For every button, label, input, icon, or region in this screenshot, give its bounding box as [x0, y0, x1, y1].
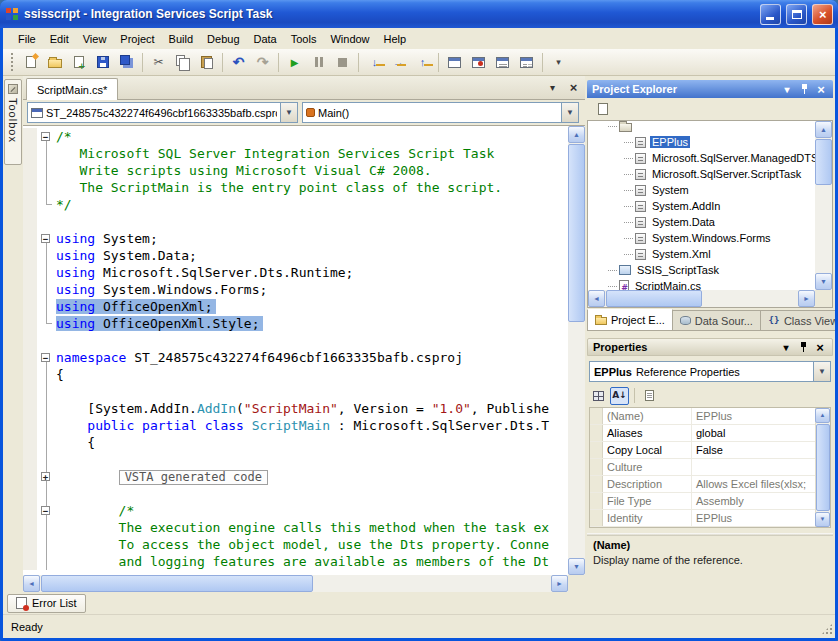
- menu-tools[interactable]: Tools: [284, 30, 324, 48]
- code-text[interactable]: [56, 332, 568, 349]
- property-row[interactable]: Culture: [590, 459, 815, 476]
- alphabetical-button[interactable]: [610, 387, 629, 405]
- menu-data[interactable]: Data: [247, 30, 284, 48]
- code-text[interactable]: The ScriptMain is the entry point class …: [56, 179, 568, 196]
- fold-margin[interactable]: [37, 519, 56, 536]
- indicator-margin[interactable]: [23, 485, 37, 502]
- property-row[interactable]: (Name)EPPlus: [590, 408, 815, 425]
- indicator-margin[interactable]: [23, 162, 37, 179]
- code-text[interactable]: To access the object model, use the Dts …: [56, 536, 568, 553]
- scroll-up-icon[interactable]: ▲: [815, 121, 832, 138]
- scroll-left-icon[interactable]: ◄: [588, 290, 605, 307]
- auto-hide-pin-icon[interactable]: [797, 82, 811, 96]
- fold-margin[interactable]: [37, 383, 56, 400]
- fold-margin[interactable]: [37, 247, 56, 264]
- fold-margin[interactable]: [37, 485, 56, 502]
- property-value[interactable]: [692, 459, 815, 475]
- scroll-right-icon[interactable]: ►: [798, 290, 815, 307]
- tree-vertical-scrollbar[interactable]: ▲ ▼: [815, 121, 832, 290]
- code-text[interactable]: {: [56, 366, 568, 383]
- fold-margin[interactable]: [37, 417, 56, 434]
- tree-item[interactable]: System.Data: [588, 214, 815, 230]
- code-text[interactable]: and logging features are available as me…: [56, 553, 568, 570]
- property-row[interactable]: DescriptionAllows Excel files(xlsx;: [590, 476, 815, 493]
- code-text[interactable]: using OfficeOpenXml;: [56, 298, 568, 315]
- fold-margin[interactable]: [37, 502, 56, 519]
- fold-margin[interactable]: [37, 468, 56, 485]
- tree-horizontal-scrollbar[interactable]: ◄ ►: [588, 290, 815, 307]
- indicator-margin[interactable]: [23, 179, 37, 196]
- code-text[interactable]: using System.Windows.Forms;: [56, 281, 568, 298]
- types-dropdown[interactable]: ST_248575c432274f6496cbf1663335bafb.cspr…: [27, 102, 298, 123]
- menu-edit[interactable]: Edit: [43, 30, 76, 48]
- editor-horizontal-scrollbar[interactable]: ◄ ►: [23, 575, 568, 592]
- fold-margin[interactable]: [37, 315, 56, 332]
- fold-margin[interactable]: [37, 230, 56, 247]
- indicator-margin[interactable]: [23, 349, 37, 366]
- scrollbar-thumb[interactable]: [41, 575, 313, 592]
- paste-button[interactable]: [195, 51, 218, 73]
- fold-margin[interactable]: [37, 281, 56, 298]
- start-debug-button[interactable]: [283, 51, 306, 73]
- break-all-button[interactable]: [307, 51, 330, 73]
- fold-margin[interactable]: [37, 536, 56, 553]
- menu-debug[interactable]: Debug: [200, 30, 246, 48]
- property-row[interactable]: IdentityEPPlus: [590, 510, 815, 527]
- scroll-up-icon[interactable]: ▲: [568, 126, 585, 143]
- code-text[interactable]: Write scripts using Microsoft Visual C# …: [56, 162, 568, 179]
- step-over-button[interactable]: [387, 51, 410, 73]
- toolbox-tab[interactable]: Toolbox: [4, 79, 22, 165]
- tab-data-sour[interactable]: Data Sour...: [672, 310, 761, 331]
- code-text[interactable]: public partial class ScriptMain : Micros…: [56, 417, 568, 434]
- code-text[interactable]: [56, 213, 568, 230]
- indicator-margin[interactable]: [23, 536, 37, 553]
- dropdown-arrow-icon[interactable]: ▼: [561, 103, 578, 122]
- menu-project[interactable]: Project: [113, 30, 161, 48]
- indicator-margin[interactable]: [23, 553, 37, 570]
- code-text[interactable]: [56, 383, 568, 400]
- copy-button[interactable]: [171, 51, 194, 73]
- fold-margin[interactable]: [37, 451, 56, 468]
- indicator-margin[interactable]: [23, 417, 37, 434]
- members-dropdown[interactable]: Main() ▼: [302, 102, 579, 123]
- tree-item[interactable]: [588, 118, 815, 134]
- indicator-margin[interactable]: [23, 383, 37, 400]
- new-item-button[interactable]: [19, 51, 42, 73]
- code-text[interactable]: */: [56, 196, 568, 213]
- fold-margin[interactable]: [37, 145, 56, 162]
- add-item-button[interactable]: [67, 51, 90, 73]
- tab-project-e[interactable]: Project E...: [587, 309, 673, 331]
- output-window-button[interactable]: [491, 51, 514, 73]
- scrollbar-thumb[interactable]: [815, 139, 832, 185]
- scroll-up-icon[interactable]: ▲: [815, 408, 830, 423]
- scroll-right-icon[interactable]: ►: [551, 575, 568, 592]
- redo-button[interactable]: [251, 51, 274, 73]
- indicator-margin[interactable]: [23, 366, 37, 383]
- scroll-down-icon[interactable]: ▼: [568, 558, 585, 575]
- fold-margin[interactable]: [37, 366, 56, 383]
- tree-item[interactable]: ScriptMain.cs: [588, 278, 815, 290]
- scrollbar-thumb[interactable]: [568, 144, 585, 322]
- undo-button[interactable]: [227, 51, 250, 73]
- property-value[interactable]: EPPlus: [692, 510, 815, 526]
- scrollbar-thumb[interactable]: [816, 424, 830, 511]
- save-button[interactable]: [91, 51, 114, 73]
- scrollbar-thumb[interactable]: [606, 290, 702, 307]
- expand-plus-icon[interactable]: [41, 472, 50, 481]
- grid-vertical-scrollbar[interactable]: ▲ ▼: [815, 408, 830, 527]
- stop-debug-button[interactable]: [331, 51, 354, 73]
- indicator-margin[interactable]: [23, 315, 37, 332]
- indicator-margin[interactable]: [23, 264, 37, 281]
- active-files-dropdown-icon[interactable]: [545, 80, 560, 95]
- property-value[interactable]: global: [692, 425, 815, 441]
- tree-item[interactable]: System.AddIn: [588, 198, 815, 214]
- menu-help[interactable]: Help: [377, 30, 414, 48]
- fold-margin[interactable]: [37, 332, 56, 349]
- indicator-margin[interactable]: [23, 468, 37, 485]
- indicator-margin[interactable]: [23, 196, 37, 213]
- indicator-margin[interactable]: [23, 145, 37, 162]
- error-list-button[interactable]: Error List: [7, 594, 86, 613]
- scroll-left-icon[interactable]: ◄: [23, 575, 40, 592]
- indicator-margin[interactable]: [23, 502, 37, 519]
- fold-margin[interactable]: [37, 434, 56, 451]
